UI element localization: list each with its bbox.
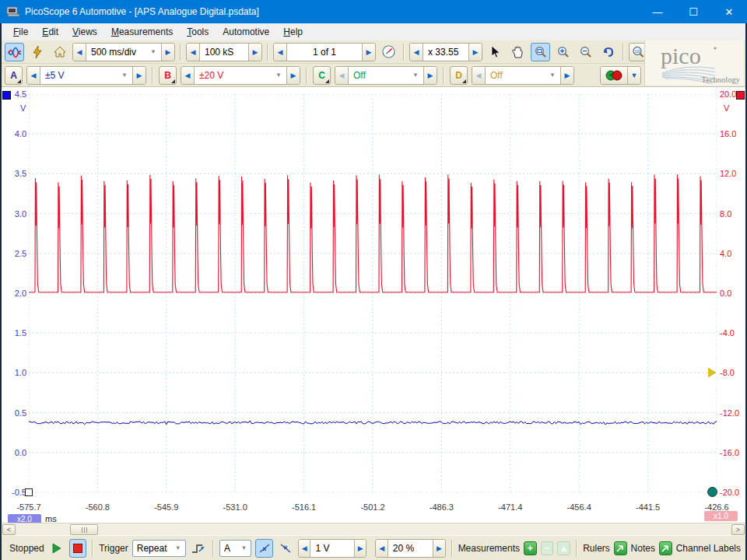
channel-d-range-next-button[interactable]: ▶ bbox=[560, 67, 573, 84]
chevron-down-icon: ▼ bbox=[121, 72, 128, 79]
channel-b-range-prev-button[interactable]: ◀ bbox=[181, 67, 195, 84]
x-axis-tick: -560.8 bbox=[75, 502, 119, 512]
channel-c-button[interactable]: C bbox=[313, 66, 331, 85]
menu-tools[interactable]: Tools bbox=[180, 24, 216, 40]
x-axis-unit: ms bbox=[45, 514, 57, 523]
trigger-level-down-button[interactable]: ◀ bbox=[299, 540, 310, 557]
buffer-overview-button[interactable] bbox=[379, 43, 398, 61]
rulers-button[interactable] bbox=[614, 541, 627, 555]
channel-a-button[interactable]: A bbox=[5, 66, 23, 85]
scope-display[interactable]: 4.54.03.53.02.52.01.51.00.50.0-0.520.016… bbox=[2, 87, 745, 523]
home-button[interactable] bbox=[50, 43, 69, 61]
zoom-prev-button[interactable]: ◀ bbox=[410, 44, 423, 61]
scroll-right-button[interactable]: > bbox=[731, 524, 745, 535]
channel-a-range-select[interactable]: ±5 V▼ bbox=[40, 67, 132, 84]
zoom-factor-field[interactable]: x 33.55 bbox=[423, 44, 468, 61]
samples-prev-button[interactable]: ◀ bbox=[187, 44, 200, 61]
close-button[interactable]: ✕ bbox=[711, 0, 747, 23]
menu-measurements[interactable]: Measurements bbox=[104, 24, 180, 40]
falling-edge-button[interactable] bbox=[277, 539, 294, 558]
menu-views[interactable]: Views bbox=[65, 24, 104, 40]
pretrigger-down-button[interactable]: ◀ bbox=[376, 540, 388, 557]
channel-d-zero-marker[interactable] bbox=[708, 368, 716, 377]
toolbar-separator bbox=[403, 44, 405, 61]
trigger-channel-select[interactable]: A ▼ bbox=[219, 540, 251, 557]
scroll-thumb[interactable] bbox=[70, 524, 98, 535]
zoom-window-tool-button[interactable] bbox=[531, 43, 550, 61]
buffer-value: 1 of 1 bbox=[313, 47, 336, 58]
pretrigger-field[interactable]: 20 % bbox=[388, 540, 433, 557]
zoom-factor-control: ◀ x 33.55 ▶ bbox=[409, 43, 482, 61]
zoom-in-tool-button[interactable] bbox=[553, 43, 573, 61]
waveform-plot[interactable] bbox=[29, 94, 717, 492]
buffer-prev-button[interactable]: ◀ bbox=[274, 44, 287, 61]
chevron-down-icon: ▼ bbox=[150, 48, 156, 55]
channel-c-range-select[interactable]: Off▼ bbox=[349, 67, 423, 84]
svg-text:100: 100 bbox=[634, 49, 640, 53]
channel-a-range-prev-button[interactable]: ◀ bbox=[27, 67, 40, 84]
timebase-control: ◀ 500 ms/div ▼ ▶ bbox=[72, 43, 175, 61]
timebase-next-button[interactable]: ▶ bbox=[161, 44, 174, 61]
toolbar-separator bbox=[306, 67, 307, 84]
rising-edge-button[interactable] bbox=[255, 539, 272, 558]
channel-a-range-next-button[interactable]: ▶ bbox=[132, 67, 146, 84]
pretrigger-up-button[interactable]: ▶ bbox=[433, 540, 445, 557]
buffer-next-button[interactable]: ▶ bbox=[362, 44, 375, 61]
zoom-out-tool-button[interactable] bbox=[576, 43, 595, 61]
start-button[interactable] bbox=[48, 539, 65, 558]
trigger-point-marker[interactable] bbox=[25, 488, 33, 496]
scope-wave-icon bbox=[8, 47, 22, 58]
trigger-mode-select[interactable]: Repeat ▼ bbox=[132, 540, 186, 557]
channel-b-range-select[interactable]: ±20 V▼ bbox=[195, 67, 286, 84]
samples-next-button[interactable]: ▶ bbox=[248, 44, 261, 61]
y-axis-right-tick: 4.0 bbox=[720, 249, 742, 258]
stop-button[interactable] bbox=[69, 539, 86, 558]
maximize-button[interactable]: ☐ bbox=[675, 0, 711, 23]
channel-b-range-next-button[interactable]: ▶ bbox=[286, 67, 300, 84]
toolbar-separator bbox=[180, 44, 181, 61]
probe-button[interactable] bbox=[601, 67, 627, 84]
rising-edge-icon bbox=[258, 543, 271, 554]
measurements-label: Measurements bbox=[458, 543, 520, 554]
menu-help[interactable]: Help bbox=[276, 24, 310, 40]
auto-setup-button[interactable] bbox=[27, 43, 47, 61]
pan-tool-button[interactable] bbox=[508, 43, 528, 61]
channel-toolbar: A◀±5 V▼▶B◀±20 V▼▶C◀Off▼▶D◀Off▼▶▼ bbox=[2, 64, 745, 87]
zoom-next-button[interactable]: ▶ bbox=[468, 44, 482, 61]
x-axis-tick: -545.9 bbox=[145, 502, 188, 512]
timebase-prev-button[interactable]: ◀ bbox=[73, 44, 86, 61]
channel-c-zero-marker[interactable] bbox=[707, 487, 717, 497]
samples-field[interactable]: 100 kS bbox=[200, 44, 248, 61]
y-axis-right-tick: -20.0 bbox=[720, 488, 742, 497]
channel-d-button[interactable]: D bbox=[450, 66, 468, 85]
menu-edit[interactable]: Edit bbox=[35, 24, 65, 40]
channel-d-range-prev-button[interactable]: ◀ bbox=[472, 67, 486, 84]
menu-automotive[interactable]: Automotive bbox=[216, 24, 276, 40]
minimize-button[interactable]: — bbox=[640, 0, 675, 23]
trigger-level-field[interactable]: 1 V bbox=[310, 540, 353, 557]
trigger-level-up-button[interactable]: ▶ bbox=[354, 540, 366, 557]
channel-b-button[interactable]: B bbox=[159, 66, 177, 85]
channel-a-axis-marker[interactable] bbox=[2, 91, 11, 100]
stop-icon bbox=[73, 544, 82, 553]
x-axis-tick: -501.2 bbox=[351, 502, 395, 512]
channel-b-axis-marker[interactable] bbox=[736, 91, 745, 100]
channel-d-range-select[interactable]: Off▼ bbox=[486, 67, 560, 84]
undo-zoom-button[interactable] bbox=[598, 43, 618, 61]
add-measurement-button[interactable]: + bbox=[524, 541, 537, 555]
notes-button[interactable] bbox=[659, 541, 672, 555]
pointer-tool-button[interactable] bbox=[486, 43, 505, 61]
scope-view-button[interactable] bbox=[5, 43, 24, 61]
menu-file[interactable]: File bbox=[6, 24, 35, 40]
timebase-select[interactable]: 500 ms/div ▼ bbox=[86, 44, 161, 61]
channel-c-range-prev-button[interactable]: ◀ bbox=[335, 67, 349, 84]
trigger-settings-button[interactable] bbox=[190, 539, 207, 558]
probe-dropdown-button[interactable]: ▼ bbox=[627, 67, 640, 84]
y-axis-right-tick: 12.0 bbox=[720, 169, 742, 178]
buffer-field[interactable]: 1 of 1 bbox=[287, 44, 362, 61]
pico-logo-sub: Technology bbox=[701, 75, 740, 84]
capture-state-label: Stopped bbox=[9, 543, 44, 554]
channel-c-range-next-button[interactable]: ▶ bbox=[423, 67, 437, 84]
x-axis-tick: -441.5 bbox=[626, 502, 670, 512]
scroll-left-button[interactable]: < bbox=[2, 524, 16, 535]
